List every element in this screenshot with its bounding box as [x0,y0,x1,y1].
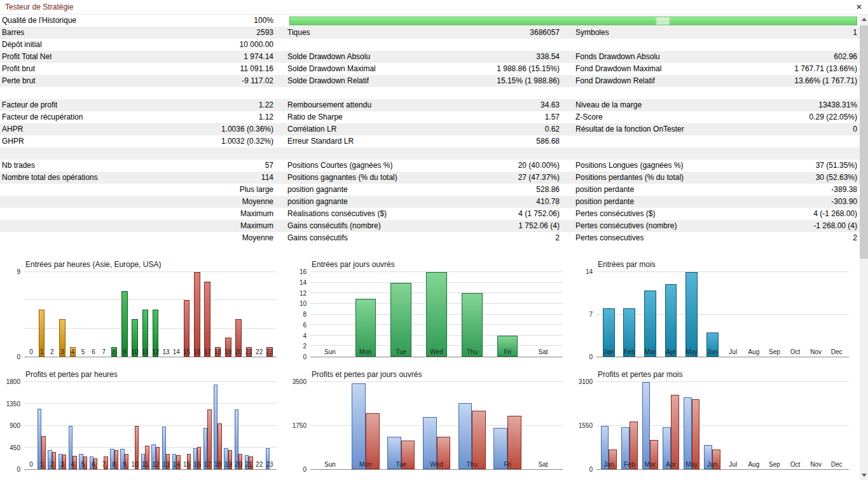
x-tick-label: 5 [78,348,88,357]
stats-cell-right: Pertes consécutives (nombre) -1 268.00 (… [575,220,860,232]
scroll-up-button[interactable] [860,15,868,24]
bar-group [223,382,233,469]
stat-label: Tiques [287,27,310,39]
close-icon[interactable]: ✕ [853,1,865,13]
bar-group [702,382,723,469]
stat-value: Maximum [240,220,273,232]
charts-grid: Entrées par heures (Asie, Europe, USA) 0… [0,257,860,480]
plot-area [596,382,849,470]
y-tick-label: 1350 [6,401,20,408]
bar-group [88,382,99,469]
y-tick-label: 16 [300,269,307,275]
bar-group [171,382,181,469]
stat-value: 586.68 [536,135,560,147]
stats-row: Moyenne position gagnante 410.78 positio… [0,196,860,208]
x-tick-label: Thu [454,348,490,357]
x-tick-label: Sep [764,461,785,470]
stats-cell-left: GHPR 1.0032 (0.32%) [0,135,287,147]
vertical-scrollbar[interactable] [860,15,868,480]
bar-group [212,382,223,469]
x-tick-label: 17 [202,461,212,470]
x-axis: 01234567891011121314151617181920212223 [24,348,277,357]
stat-value: 57 [265,160,273,172]
stat-label: AHPR [2,123,23,135]
x-tick-label: 5 [78,461,88,470]
stats-cell-right [575,147,860,160]
x-tick-label: 7 [99,348,109,357]
x-tick-label: Mar [640,461,661,470]
arrow-up-icon [862,18,867,21]
stat-label: Solde Drawdown Absolu [287,51,370,63]
bars [310,272,563,357]
x-axis: 01234567891011121314151617181920212223 [24,461,277,470]
stat-label: Remboursement attendu [287,99,371,111]
x-tick-label: Jan [598,461,619,470]
bar-group [806,272,827,357]
stats-row: AHPR 1.0036 (0.36%) Corrélation LR 0.62 … [0,123,860,135]
stat-label: Dépôt initial [2,39,42,51]
stat-value: 20 (40.00%) [518,160,560,172]
bar-group [525,382,561,469]
stats-row: Nombre total des opérations 114 Position… [0,172,860,184]
scrollbar-thumb[interactable] [860,25,868,259]
bar-group [598,382,619,469]
stat-value: Plus large [240,184,273,196]
stat-label: Positions perdantes (% du total) [575,172,684,184]
chart-pnl-by-month: Profits et pertes par mois 015503100 Jan… [572,367,858,480]
bars [596,272,849,357]
stats-cell-middle: Gains consécutifs (nombre) 1 752.06 (4) [287,220,575,232]
bar-group [212,272,223,357]
stat-label: Corrélation LR [287,123,336,135]
stats-cell-middle [287,39,575,51]
stats-cell-right: Positions perdantes (% du total) 30 (52.… [575,172,860,184]
x-tick-label: 6 [88,461,99,470]
bar-group [161,272,171,357]
bar-group [151,272,161,357]
bar [685,272,698,357]
stat-label: Nombre total des opérations [2,172,98,184]
y-tick-label: 1750 [293,423,307,429]
x-tick-label: Oct [785,461,806,470]
stats-cell-right: position perdante -303.90 [575,196,860,208]
bar-group [661,382,682,469]
stat-label: Ratio de Sharpe [287,111,343,123]
bars [24,272,277,357]
y-tick-label: 450 [10,445,20,451]
x-tick-label: Dec [826,461,847,470]
stat-value: Moyenne [242,232,273,244]
stats-cell-right: Fonds Drawdown Absolu 602.96 [575,51,860,63]
bars [596,382,849,469]
bar-group [722,272,743,357]
stats-cell-right: Z-Score 0.29 (22.05%) [575,111,860,123]
x-tick-label: Sat [525,348,561,357]
x-tick-label: 14 [171,348,181,357]
scroll-down-button[interactable] [860,470,868,480]
stat-value: 30 (52.63%) [816,172,857,184]
stats-cell-middle: Réalisations consécutives ($) 4 (1 752.0… [287,208,575,220]
x-tick-label: 13 [161,348,171,357]
bar-group [312,382,348,469]
bar-group [181,272,191,357]
stats-cell-right: Résultat de la fonction OnTester 0 [575,123,860,135]
bar-group [233,382,244,469]
x-tick-label: 23 [265,348,275,357]
x-tick-label: Jun [702,461,723,470]
stats-cell-left: Dépôt initial 10 000.00 [0,39,287,51]
x-tick-label: 20 [233,348,244,357]
bar-group [161,382,171,469]
bar-group [312,272,348,357]
stat-value: 13438.31% [818,99,857,111]
stats-row: Maximum Gains consécutifs (nombre) 1 752… [0,220,860,232]
x-axis: JanFebMarAprMayJunJulAugSepOctNovDec [596,348,849,357]
bar-group [619,272,640,357]
y-tick-label: 8 [303,312,307,318]
bar-group [525,272,561,357]
stat-label: position gagnante [287,184,348,196]
y-axis: 09 [0,272,24,357]
stat-value: 4 (-1 268.00) [813,208,857,220]
bar-group [233,272,244,357]
bar [462,293,482,357]
stat-label: GHPR [2,135,24,147]
stats-cell-left: Profit Total Net 1 974.14 [0,51,287,63]
stat-label: Positions Courtes (gagnées %) [287,160,392,172]
